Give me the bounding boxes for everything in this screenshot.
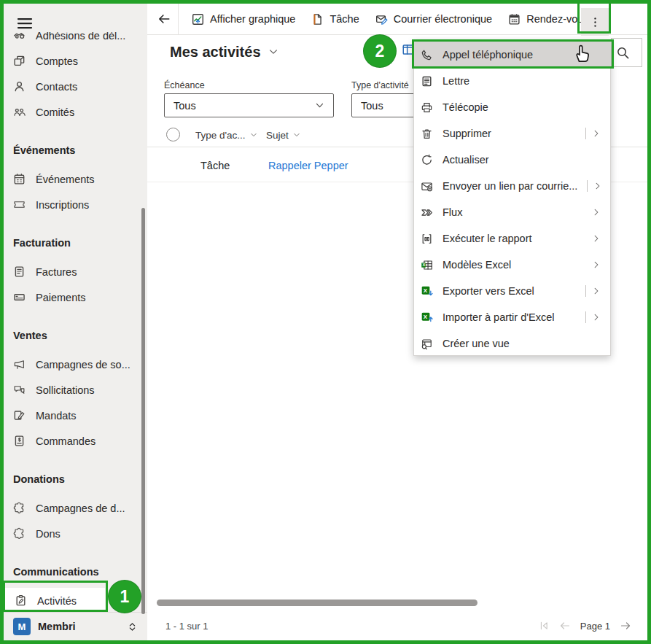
accounts-icon: [13, 55, 26, 67]
record-count: 1 - 1 sur 1: [165, 621, 208, 632]
menu-item[interactable]: Supprimer: [414, 120, 610, 147]
menu-item[interactable]: Exécuter le rapport: [414, 225, 610, 252]
trash-icon: [421, 128, 433, 140]
sidebar-item[interactable]: Factures: [4, 259, 147, 284]
committee-icon: [13, 106, 26, 118]
payment-icon: [13, 291, 26, 303]
sidebar-item[interactable]: Inscriptions: [4, 192, 147, 217]
select-all-checkbox[interactable]: [166, 128, 180, 141]
chevron-right-icon: [592, 208, 601, 217]
more-commands-button[interactable]: [581, 8, 609, 36]
filter-label: Échéance: [164, 80, 334, 90]
hamburger-menu-icon[interactable]: [16, 15, 34, 32]
first-page-icon[interactable]: [538, 620, 550, 632]
sidebar-item-label: Comptes: [36, 55, 78, 67]
contact-icon: [13, 80, 26, 93]
more-vertical-icon: [589, 16, 601, 28]
more-commands-flyout: Appel téléphonique Lettre Télécopie: [413, 39, 611, 356]
toolbar-button[interactable]: Tâche: [303, 4, 367, 35]
page-number: Page 1: [580, 621, 610, 632]
sidebar-item-label: Communications: [13, 566, 99, 578]
report-icon: [421, 233, 433, 245]
menu-item[interactable]: Lettre: [414, 68, 610, 94]
menu-item-label: Supprimer: [443, 128, 491, 139]
menu-item-label: Lettre: [443, 75, 469, 87]
menu-item[interactable]: X Modèles Excel: [414, 252, 610, 278]
chevron-updown-icon: [127, 621, 138, 632]
horizontal-scrollbar[interactable]: [157, 600, 477, 606]
step-1-badge: 1: [108, 580, 141, 613]
org-switcher[interactable]: M Membri: [4, 612, 147, 640]
sidebar-item[interactable]: Activités: [4, 588, 105, 612]
sidebar-item-label: Activités: [37, 595, 77, 607]
app-window: Adhésions de dél... Comptes Contacts Com…: [0, 0, 651, 644]
svg-text:X: X: [424, 314, 428, 320]
org-avatar: M: [13, 618, 31, 635]
sidebar-item[interactable]: Contacts: [4, 74, 147, 99]
sidebar-item-label: Événements: [36, 174, 95, 185]
menu-item-label: Appel téléphonique: [443, 49, 533, 61]
activity-type-value: Tous: [361, 100, 383, 112]
previous-page-icon[interactable]: [559, 620, 571, 632]
view-selector[interactable]: Mes activités: [170, 42, 278, 62]
menu-item-label: Envoyer un lien par courrie...: [443, 180, 577, 192]
pagination: Page 1: [538, 620, 647, 632]
menu-item[interactable]: Flux: [414, 199, 610, 225]
clipboard-icon: [15, 594, 27, 607]
svg-text:X: X: [423, 263, 426, 267]
sidebar-item[interactable]: Événements: [4, 166, 147, 192]
excel-template-icon: X: [421, 259, 433, 271]
toolbar-button[interactable]: Courrier électronique: [367, 4, 500, 35]
sidebar-item[interactable]: Adhésions de dél...: [4, 32, 147, 48]
menu-item[interactable]: Créer une vue: [414, 330, 610, 357]
cell-subject-link[interactable]: Rappeler Pepper: [268, 148, 348, 182]
page-title: Mes activités: [170, 44, 261, 61]
fax-icon: [421, 101, 433, 114]
sidebar-section-header: Événements: [4, 137, 147, 163]
column-header-subject[interactable]: Sujet: [266, 123, 300, 147]
sidebar-item[interactable]: Campagnes de so...: [4, 352, 147, 377]
menu-item[interactable]: Télécopie: [414, 94, 610, 120]
menu-item-label: Créer une vue: [443, 338, 510, 349]
menu-item[interactable]: X Exporter vers Excel: [414, 278, 610, 304]
sidebar-item-label: Campagnes de d...: [36, 503, 125, 514]
menu-item[interactable]: Actualiser: [414, 147, 610, 173]
sidebar-item[interactable]: Commandes: [4, 428, 147, 454]
next-page-icon[interactable]: [620, 620, 631, 632]
sidebar-item-label: Campagnes de so...: [36, 359, 130, 371]
menu-item-label: Modèles Excel: [443, 259, 511, 271]
chevron-down-icon: [315, 101, 324, 110]
sidebar-item[interactable]: Sollicitations: [4, 377, 147, 403]
menu-split-divider: [585, 128, 586, 139]
sidebar-section-header: Ventes: [4, 322, 147, 348]
sidebar-item-label: Adhésions de dél...: [36, 32, 125, 42]
sidebar-item[interactable]: Comptes: [4, 48, 147, 74]
menu-item[interactable]: Appel téléphonique: [414, 42, 610, 68]
sidebar-item-label: Commandes: [36, 435, 95, 447]
toolbar-button-label: Afficher graphique: [210, 13, 295, 25]
due-date-value: Tous: [174, 100, 196, 112]
toolbar-button-label: Tâche: [330, 13, 359, 25]
sidebar-item-label: Ventes: [13, 330, 47, 341]
sidebar-scrollbar[interactable]: [141, 208, 145, 614]
flow-icon: [421, 206, 433, 219]
sidebar-item[interactable]: Dons: [4, 521, 147, 546]
menu-item-label: Importer à partir d'Excel: [443, 311, 554, 323]
chat-icon: [13, 384, 26, 396]
sidebar-item[interactable]: Paiements: [4, 284, 147, 310]
toolbar-button[interactable]: Afficher graphique: [184, 4, 303, 35]
column-header-activity-type[interactable]: Type d'ac...: [195, 123, 257, 147]
sidebar-item[interactable]: Comités: [4, 99, 147, 125]
sidebar-nav: Adhésions de dél... Comptes Contacts Com…: [4, 32, 147, 612]
back-button[interactable]: [150, 4, 178, 35]
due-date-select[interactable]: Tous: [164, 93, 334, 117]
grid-search-box[interactable]: [611, 38, 642, 67]
puzzle-icon: [13, 527, 26, 540]
appointment-icon: [508, 13, 521, 26]
sidebar-item[interactable]: Mandats: [4, 403, 147, 428]
chart-icon: [192, 13, 204, 26]
sidebar-item-label: Donations: [13, 473, 65, 485]
sidebar-item[interactable]: Campagnes de d...: [4, 495, 147, 521]
menu-item[interactable]: Envoyer un lien par courrie...: [414, 173, 610, 199]
menu-item[interactable]: X Importer à partir d'Excel: [414, 304, 610, 330]
